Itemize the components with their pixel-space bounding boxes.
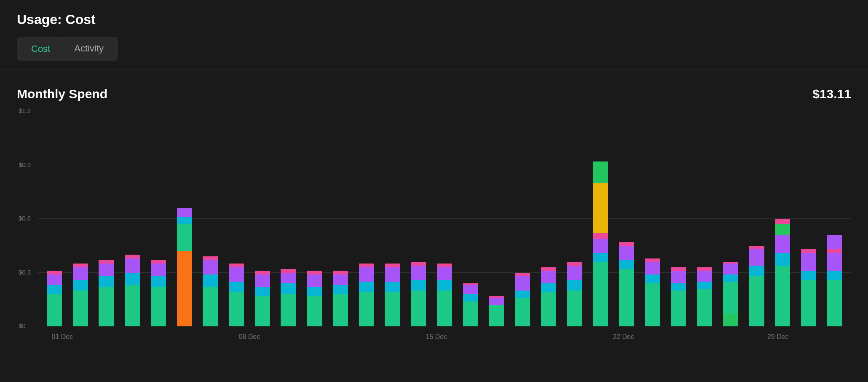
bar-group [563,262,587,326]
bar-segment [697,271,712,282]
bar-stack [255,271,270,326]
x-axis-label: 22 Dec [613,333,634,341]
bar-segment [203,274,218,287]
bar-group [172,208,197,327]
tab-cost[interactable]: Cost [19,39,62,59]
tab-group: Cost Activity [17,37,118,61]
bar-group [42,271,67,326]
bar-segment [437,291,452,326]
bar-segment [749,276,764,326]
bar-segment [307,296,322,326]
bar-segment [671,267,686,271]
bar-segment [619,242,634,246]
bar-segment [359,267,374,282]
bar-segment [125,285,140,326]
bar-stack [411,262,426,326]
bar-segment [229,282,244,293]
bar-segment [775,224,790,235]
bar-stack [723,262,738,326]
bar-segment [255,296,270,326]
bar-segment [801,249,816,253]
bar-segment [333,294,348,327]
bar-segment [99,260,114,264]
bar-segment [567,262,582,266]
bar-segment [645,283,660,326]
bar-stack [567,262,582,326]
bar-group [458,283,483,326]
bar-segment [827,235,842,249]
bar-segment [671,283,686,291]
bar-segment [541,283,556,292]
bar-group [380,264,405,326]
bar-group [718,262,743,326]
bar-stack [645,258,660,327]
bar-segment [697,289,712,326]
bar-group [406,262,431,326]
bar-segment [593,183,608,233]
bar-segment [671,271,686,283]
y-axis-label: $0 [19,322,26,329]
bar-stack [697,267,712,326]
bar-segment [281,269,296,273]
bar-segment [801,253,816,271]
bar-stack [593,161,608,326]
bar-stack [333,271,348,326]
bar-segment [827,249,842,253]
bar-segment [203,287,218,327]
chart-total: $13.11 [812,87,851,101]
bar-segment [359,264,374,267]
bar-segment [203,256,218,260]
bar-segment [99,264,114,276]
bar-segment [463,301,478,327]
bar-group [432,264,457,326]
bar-segment [775,253,790,266]
bar-segment [255,274,270,287]
bar-stack [47,271,62,326]
bar-segment [281,294,296,327]
bar-segment [515,276,530,291]
bar-segment [645,274,660,283]
bar-segment [489,298,504,305]
bar-segment [411,291,426,326]
bar-group [276,269,301,326]
bar-segment [593,239,608,253]
bar-segment [73,267,88,280]
bar-segment [541,271,556,283]
bar-segment [47,294,62,327]
bar-stack [385,264,400,326]
bar-segment [541,267,556,271]
bar-stack [125,255,140,326]
bar-segment [359,282,374,293]
y-axis-label: $0.9 [19,161,31,168]
x-axis-label: 29 Dec [767,333,789,341]
y-axis-label: $1.2 [19,107,31,114]
chart-title: Monthly Spend [17,87,107,101]
bar-segment [151,276,166,287]
bar-stack [437,264,452,326]
bar-segment [151,260,166,264]
bar-segment [645,262,660,274]
bar-segment [437,280,452,291]
bar-segment [125,273,140,285]
bar-segment [307,274,322,287]
bar-segment [567,280,582,291]
bar-segment [515,298,530,326]
bar-group [484,296,509,326]
bar-segment [801,271,816,280]
bar-segment [723,264,738,274]
bar-segment [385,282,400,293]
bar-group [692,267,717,326]
bar-segment [463,285,478,294]
bar-segment [411,262,426,266]
bar-stack [463,283,478,326]
bar-group [68,264,93,326]
bar-segment [567,291,582,326]
bar-stack [359,264,374,326]
bar-segment [541,292,556,326]
chart-section: Monthly Spend $13.11 $0$0.3$0.6$0.9$1.2 … [0,70,868,356]
bar-stack [307,271,322,326]
bar-segment [775,235,790,253]
y-axis-label: $0.6 [19,215,31,222]
bar-segment [333,285,348,294]
tab-activity[interactable]: Activity [62,39,115,59]
